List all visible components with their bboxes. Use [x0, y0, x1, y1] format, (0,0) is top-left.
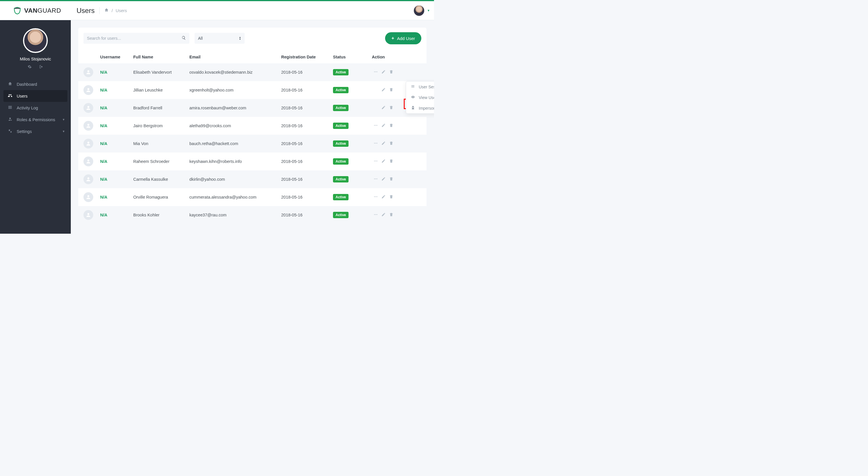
cell-username[interactable]: N/A — [100, 88, 107, 92]
caret-down-icon: ▼ — [62, 118, 65, 121]
row-avatar[interactable] — [84, 85, 93, 95]
row-avatar[interactable] — [84, 121, 93, 131]
brand-text: VANGUARD — [24, 7, 61, 14]
more-actions-button[interactable] — [372, 211, 380, 219]
sidebar-avatar[interactable] — [23, 28, 48, 53]
delete-button[interactable] — [388, 211, 395, 219]
row-avatar[interactable] — [84, 157, 93, 166]
ellipsis-icon — [374, 213, 378, 218]
dropdown-item-impersonate[interactable]: Impersonate — [406, 103, 434, 114]
svg-point-21 — [375, 179, 376, 179]
trash-icon — [389, 141, 394, 146]
more-actions-button[interactable] — [372, 140, 380, 147]
delete-button[interactable] — [388, 193, 395, 201]
svg-point-10 — [377, 107, 378, 108]
search-input[interactable] — [87, 36, 182, 40]
row-avatar[interactable] — [84, 192, 93, 202]
add-user-button[interactable]: + Add User — [385, 32, 421, 44]
sidebar-item-label: Dashboard — [17, 82, 37, 87]
logo[interactable]: VANGUARD — [0, 7, 71, 15]
edit-button[interactable] — [380, 211, 388, 219]
cell-email: cummerata.alessandra@yahoo.com — [186, 188, 278, 206]
dropdown-item-view[interactable]: View User — [406, 92, 434, 103]
row-avatar[interactable] — [84, 67, 93, 77]
more-actions-button[interactable] — [372, 158, 380, 165]
delete-button[interactable] — [388, 104, 395, 112]
dropdown-item-sessions[interactable]: User Sessions — [406, 82, 434, 92]
table-row: N/AElisabeth Vandervortosvaldo.kovacek@s… — [78, 63, 427, 81]
logout-icon[interactable] — [39, 65, 43, 70]
svg-point-11 — [374, 125, 375, 126]
user-menu-toggle[interactable]: ▼ — [413, 5, 430, 17]
breadcrumb-home[interactable] — [104, 8, 109, 13]
cell-username[interactable]: N/A — [100, 213, 107, 217]
delete-button[interactable] — [388, 176, 395, 183]
cell-username[interactable]: N/A — [100, 195, 107, 199]
status-filter-select[interactable]: All ▲▼ — [194, 33, 245, 44]
cell-regdate: 2018-05-16 — [278, 206, 330, 224]
trash-icon — [389, 213, 394, 218]
row-avatar[interactable] — [84, 103, 93, 113]
cell-username[interactable]: N/A — [100, 106, 107, 110]
cell-email: osvaldo.kovacek@stiedemann.biz — [186, 63, 278, 81]
delete-button[interactable] — [388, 122, 395, 129]
cell-email: dkirlin@yahoo.com — [186, 170, 278, 188]
ellipsis-icon — [374, 141, 378, 146]
cell-username[interactable]: N/A — [100, 70, 107, 74]
edit-button[interactable] — [380, 193, 388, 201]
edit-button[interactable] — [380, 122, 388, 129]
delete-button[interactable] — [388, 158, 395, 165]
sidebar-item-activity[interactable]: Activity Log — [0, 102, 71, 114]
avatar — [413, 5, 425, 17]
sidebar-item-roles[interactable]: Roles & Permissions ▼ — [0, 114, 71, 125]
edit-icon — [381, 213, 386, 218]
shield-icon — [13, 7, 21, 15]
search-icon — [182, 36, 186, 41]
th-regdate: Registration Date — [278, 51, 330, 63]
cell-username[interactable]: N/A — [100, 123, 107, 128]
table-row: N/ACarmella Kassulkedkirlin@yahoo.com201… — [78, 170, 427, 188]
row-avatar[interactable] — [84, 139, 93, 149]
th-email: Email — [186, 51, 278, 63]
cell-email: aletha99@crooks.com — [186, 117, 278, 135]
more-actions-button[interactable] — [372, 176, 380, 183]
caret-down-icon: ▼ — [62, 130, 65, 133]
cell-email: kaycee37@rau.com — [186, 206, 278, 224]
more-actions-button[interactable] — [372, 122, 380, 129]
edit-button[interactable] — [380, 158, 388, 165]
delete-button[interactable] — [388, 68, 395, 76]
users-table: Username Full Name Email Registration Da… — [78, 51, 427, 224]
cell-username[interactable]: N/A — [100, 159, 107, 164]
edit-button[interactable] — [380, 68, 388, 76]
home-icon — [7, 82, 13, 87]
sidebar-item-users[interactable]: Users — [3, 90, 67, 102]
edit-button[interactable] — [380, 140, 388, 147]
search-button[interactable] — [182, 36, 186, 41]
svg-point-27 — [375, 214, 376, 215]
dropdown-item-label: View User — [419, 95, 434, 100]
edit-button[interactable] — [380, 104, 388, 112]
ellipsis-icon — [374, 195, 378, 200]
sidebar-item-label: Roles & Permissions — [17, 118, 55, 122]
sidebar-item-settings[interactable]: Settings ▼ — [0, 125, 71, 137]
row-avatar[interactable] — [84, 210, 93, 220]
sidebar-item-dashboard[interactable]: Dashboard — [0, 78, 71, 90]
edit-button[interactable] — [380, 176, 388, 183]
cell-username[interactable]: N/A — [100, 177, 107, 182]
cell-email: xgreenholt@yahoo.com — [186, 81, 278, 99]
ellipsis-icon — [374, 70, 378, 75]
status-badge: Active — [333, 158, 348, 165]
cell-username[interactable]: N/A — [100, 141, 107, 146]
row-avatar[interactable] — [84, 174, 93, 184]
delete-button[interactable] — [388, 86, 395, 94]
more-actions-button[interactable] — [372, 68, 380, 76]
gear-icon[interactable] — [28, 65, 32, 70]
status-badge: Active — [333, 69, 348, 75]
cell-email: amira.rosenbaum@weber.com — [186, 99, 278, 117]
more-actions-button[interactable] — [372, 193, 380, 201]
edit-button[interactable] — [380, 86, 388, 94]
users-icon — [7, 93, 13, 99]
cell-email: bauch.retha@hackett.com — [186, 135, 278, 153]
delete-button[interactable] — [388, 140, 395, 147]
status-badge: Active — [333, 123, 348, 129]
